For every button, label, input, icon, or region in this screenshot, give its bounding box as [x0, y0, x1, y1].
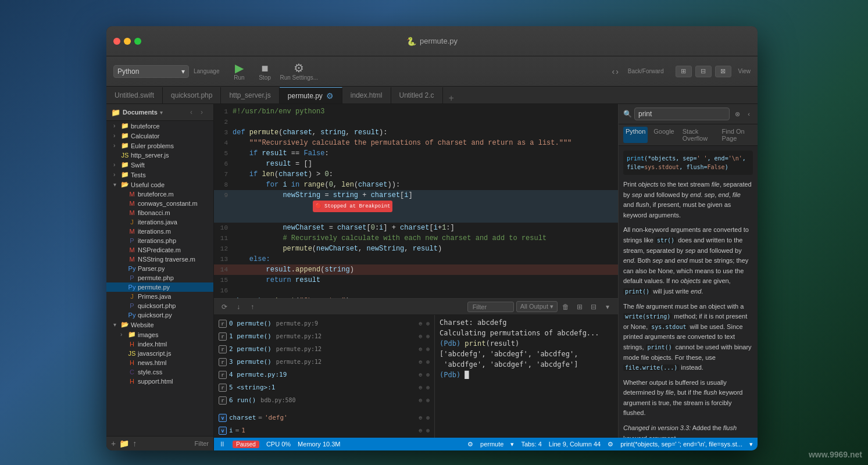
- sidebar-item-http-server[interactable]: › JS http_server.js: [106, 151, 213, 160]
- stack-item-0[interactable]: r 0 permute() permute.py:9 ⊕ ⊗: [214, 317, 434, 330]
- debug-content: r 0 permute() permute.py:9 ⊕ ⊗: [214, 315, 618, 438]
- tab-active-indicator: ⚙: [326, 91, 334, 101]
- debug-step-in[interactable]: ↓: [233, 301, 244, 313]
- code-line-3: 3 def permute(charset, string, result):: [214, 127, 618, 138]
- sidebar-item-website[interactable]: ▾ 📂 Website: [106, 320, 213, 330]
- file-php-icon: P: [128, 237, 136, 244]
- tab-permute-py[interactable]: permute.py ⚙: [280, 87, 342, 103]
- file-m-icon: M: [128, 256, 136, 263]
- sidebar-item-bruteforce[interactable]: › 📁 bruteforce: [106, 121, 213, 131]
- file-php-icon: P: [128, 274, 136, 281]
- tab-untitled-swift[interactable]: Untitled.swift: [106, 87, 163, 103]
- sidebar-item-permute-php[interactable]: › P permute.php: [106, 273, 213, 282]
- code-editor[interactable]: 1 #!/usr/bin/env python3 2 3 def permute…: [214, 104, 618, 298]
- sidebar-item-calculator[interactable]: › 📁 Calculator: [106, 131, 213, 141]
- file-js-icon: JS: [128, 350, 136, 357]
- sidebar-item-fibonacci[interactable]: › M fibonacci.m: [106, 208, 213, 217]
- docs-signature: print(*objects, sep=' ', end='\n', file=…: [623, 151, 753, 175]
- docs-tab-google[interactable]: Google: [651, 127, 676, 143]
- debug-layout-2[interactable]: ⊟: [588, 301, 599, 313]
- stack-item-4[interactable]: r 4 permute.py:19 ⊕ ⊗: [214, 369, 434, 381]
- language-selector[interactable]: Python ▾: [113, 65, 189, 78]
- pause-icon: ⏸: [219, 440, 226, 448]
- view-btn-1[interactable]: ⊞: [676, 66, 692, 77]
- sidebar-item-swift[interactable]: › 📁 Swift: [106, 160, 213, 170]
- docs-search-input[interactable]: [634, 108, 730, 120]
- debug-layout-1[interactable]: ⊞: [574, 301, 585, 313]
- stack-item-3[interactable]: r 3 permute() permute.py:12 ⊕ ⊗: [214, 356, 434, 369]
- stack-item-1[interactable]: r 1 permute() permute.py:12 ⊕ ⊗: [214, 330, 434, 343]
- stack-icon: r: [219, 371, 227, 379]
- output-select[interactable]: All Output ▾: [516, 301, 558, 312]
- code-line-6: 6 result = []: [214, 159, 618, 169]
- view-btn-3[interactable]: ⊠: [715, 66, 731, 77]
- sidebar-item-news[interactable]: › H news.html: [106, 358, 213, 367]
- var-charset[interactable]: v charset = 'defg' ⊕ ⊗: [214, 412, 434, 424]
- file-m-icon: M: [128, 191, 136, 198]
- sidebar-item-parser[interactable]: › Py Parser.py: [106, 264, 213, 273]
- search-clear-button[interactable]: ⊗: [732, 109, 742, 119]
- back-button[interactable]: ‹: [612, 67, 615, 76]
- sidebar-item-nsstring[interactable]: › M NSString traverse.m: [106, 255, 213, 264]
- debug-step-over[interactable]: ⟳: [219, 301, 230, 313]
- sidebar-nav-left[interactable]: ‹: [187, 108, 196, 117]
- sidebar-item-tests[interactable]: › 📁 Tests: [106, 170, 213, 180]
- minimize-button[interactable]: [124, 38, 131, 45]
- sidebar-item-iterations-php[interactable]: › P iterations.php: [106, 236, 213, 245]
- forward-button[interactable]: ›: [616, 67, 619, 76]
- var-v-icon: v: [219, 414, 227, 422]
- sidebar: 📁 Documents ▾ ‹ › › 📁 bruteforce: [106, 104, 214, 450]
- search-prev-button[interactable]: ‹: [744, 109, 754, 119]
- stack-item-5[interactable]: r 5 <string>:1 ⊕ ⊗: [214, 381, 434, 394]
- sidebar-item-support[interactable]: › H support.html: [106, 377, 213, 386]
- code-line-1: 1 #!/usr/bin/env python3: [214, 106, 618, 117]
- stop-button[interactable]: ■ Stop: [255, 62, 276, 81]
- sidebar-item-images[interactable]: › 📁 images: [106, 330, 213, 339]
- search-next-button[interactable]: ›: [755, 109, 758, 119]
- debug-step-out[interactable]: ↑: [247, 301, 258, 313]
- sidebar-item-permute-py[interactable]: › Py permute.py: [106, 282, 213, 292]
- folder-icon: 📁: [121, 142, 129, 149]
- docs-tabs: Python Google Stack Overflow Find On Pag…: [619, 124, 758, 146]
- tab-index-html[interactable]: index.html: [342, 87, 391, 103]
- maximize-button[interactable]: [134, 38, 141, 45]
- filter-input-debug[interactable]: Filter: [467, 302, 514, 312]
- sidebar-item-bruteforce-m[interactable]: › M bruteforce.m: [106, 189, 213, 199]
- run-settings-button[interactable]: ⚙ Run Settings...: [280, 62, 319, 81]
- docs-tab-python[interactable]: Python: [623, 127, 648, 143]
- traffic-lights: [113, 38, 141, 45]
- stack-item-6[interactable]: r 6 run() bdb.py:580 ⊕ ⊗: [214, 394, 434, 407]
- sidebar-item-quicksort-py[interactable]: › Py quicksort.py: [106, 310, 213, 320]
- folder-icon: 📁: [128, 331, 136, 338]
- sidebar-item-conways[interactable]: › M conways_constant.m: [106, 199, 213, 208]
- sidebar-item-nspredicate[interactable]: › M NSPredicate.m: [106, 245, 213, 255]
- docs-tab-find[interactable]: Find On Page: [720, 127, 753, 143]
- view-btn-2[interactable]: ⊟: [695, 66, 712, 77]
- add-tab-button[interactable]: +: [443, 93, 460, 103]
- run-button[interactable]: ▶ Run: [229, 62, 250, 81]
- add-folder-button[interactable]: 📁: [119, 439, 129, 448]
- share-button[interactable]: ↑: [133, 439, 137, 448]
- tab-quicksort-php[interactable]: quicksort.php: [163, 87, 221, 103]
- sidebar-item-euler[interactable]: › 📁 Euler problems: [106, 141, 213, 151]
- add-file-button[interactable]: +: [111, 439, 116, 448]
- docs-tab-stackoverflow[interactable]: Stack Overflow: [680, 127, 716, 143]
- sidebar-item-useful-code[interactable]: ▾ 📂 Useful code: [106, 180, 213, 189]
- stack-icon: r: [219, 345, 227, 353]
- debug-chevron[interactable]: ▾: [602, 301, 613, 313]
- sidebar-item-javascript[interactable]: › JS javascript.js: [106, 349, 213, 358]
- main-content: 📁 Documents ▾ ‹ › › 📁 bruteforce: [106, 104, 758, 450]
- var-i[interactable]: v i = 1 ⊕ ⊗: [214, 424, 434, 437]
- sidebar-item-index-html[interactable]: › H index.html: [106, 339, 213, 349]
- sidebar-item-style[interactable]: › C style.css: [106, 367, 213, 377]
- close-button[interactable]: [113, 38, 120, 45]
- debug-clear[interactable]: 🗑: [560, 301, 571, 313]
- sidebar-item-primes[interactable]: › J Primes.java: [106, 292, 213, 301]
- stack-item-2[interactable]: r 2 permute() permute.py:12 ⊕ ⊗: [214, 343, 434, 356]
- sidebar-nav-right[interactable]: ›: [197, 108, 206, 117]
- sidebar-item-iterations-java[interactable]: › J iterations.java: [106, 217, 213, 227]
- sidebar-item-quicksort-php[interactable]: › P quicksort.php: [106, 301, 213, 310]
- sidebar-item-iterations-m[interactable]: › M iterations.m: [106, 227, 213, 236]
- tab-untitled-2c[interactable]: Untitled 2.c: [391, 87, 443, 103]
- tab-http-server-js[interactable]: http_server.js: [221, 87, 279, 103]
